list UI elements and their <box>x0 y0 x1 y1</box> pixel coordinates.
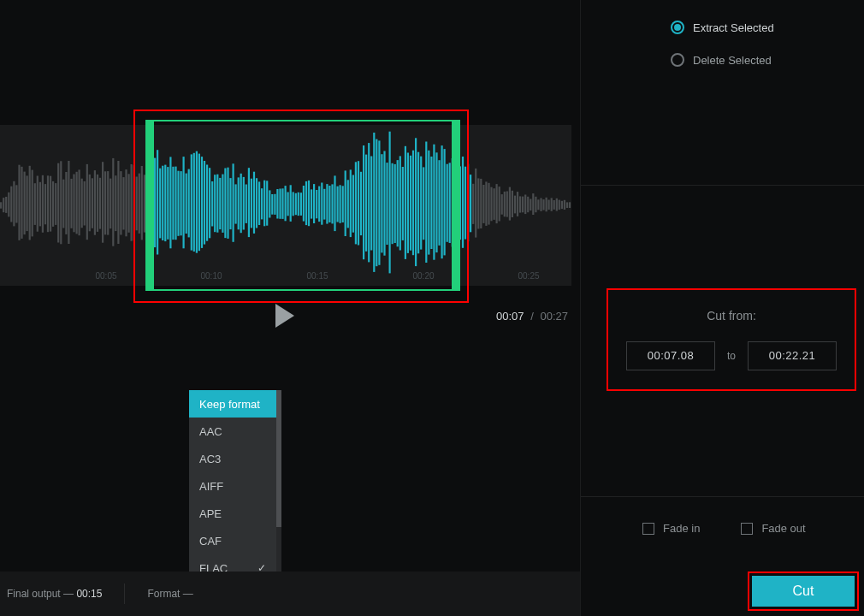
svg-rect-137 <box>358 161 359 245</box>
total-time: 00:27 <box>540 310 568 323</box>
svg-rect-109 <box>285 186 287 221</box>
format-option[interactable]: APE <box>189 500 276 527</box>
svg-rect-91 <box>238 177 240 229</box>
svg-rect-177 <box>462 157 464 248</box>
cut-to-input[interactable]: 00:22.21 <box>748 341 837 370</box>
svg-rect-127 <box>331 184 333 223</box>
dropdown-scroll-thumb[interactable] <box>276 390 281 527</box>
svg-rect-33 <box>86 164 88 240</box>
format-readout[interactable]: Format — <box>147 588 192 600</box>
svg-rect-17 <box>44 184 46 224</box>
svg-rect-108 <box>281 188 283 219</box>
svg-rect-111 <box>290 185 292 222</box>
cut-from-input[interactable]: 00:07.08 <box>626 341 715 370</box>
checkbox-icon <box>642 523 654 535</box>
svg-rect-46 <box>120 171 121 234</box>
svg-rect-116 <box>303 186 305 222</box>
radio-delete-selected[interactable]: Delete Selected <box>671 48 774 72</box>
svg-rect-61 <box>159 169 161 239</box>
cut-range-title: Cut from: <box>622 309 841 323</box>
svg-rect-94 <box>246 185 247 223</box>
svg-rect-149 <box>389 132 391 274</box>
svg-rect-30 <box>79 169 80 235</box>
svg-rect-200 <box>522 197 524 213</box>
divider <box>581 185 864 186</box>
axis-tick: 00:25 <box>518 271 539 281</box>
svg-rect-28 <box>73 175 74 233</box>
cut-range-panel: Cut from: 00:07.08 to 00:22.21 <box>607 288 856 391</box>
svg-rect-95 <box>248 168 250 237</box>
fade-in-checkbox[interactable]: Fade in <box>642 522 700 535</box>
svg-rect-59 <box>154 158 156 248</box>
format-option[interactable]: AIFF <box>189 472 276 500</box>
checkbox-icon <box>741 523 753 535</box>
svg-rect-199 <box>519 196 521 212</box>
svg-rect-180 <box>470 175 471 232</box>
svg-rect-97 <box>253 172 255 234</box>
cut-button[interactable]: Cut <box>752 576 855 607</box>
svg-rect-16 <box>42 175 44 233</box>
fade-out-checkbox[interactable]: Fade out <box>741 522 805 535</box>
svg-rect-193 <box>504 192 506 216</box>
svg-rect-185 <box>482 185 484 223</box>
svg-rect-103 <box>269 190 270 217</box>
svg-rect-10 <box>27 175 28 231</box>
radio-icon <box>671 21 684 34</box>
svg-rect-195 <box>509 187 511 221</box>
svg-rect-178 <box>465 167 466 240</box>
svg-rect-0 <box>0 202 2 208</box>
svg-rect-217 <box>566 202 568 208</box>
format-option[interactable]: AC3 <box>189 445 276 472</box>
svg-rect-77 <box>201 157 203 248</box>
svg-rect-203 <box>530 199 531 211</box>
svg-rect-90 <box>235 184 237 223</box>
selection-mode-group: Extract Selected Delete Selected <box>671 15 774 80</box>
svg-rect-206 <box>537 199 539 210</box>
svg-rect-215 <box>561 201 563 209</box>
svg-rect-169 <box>441 145 443 258</box>
radio-extract-selected[interactable]: Extract Selected <box>671 15 774 39</box>
svg-rect-36 <box>94 170 96 235</box>
svg-rect-5 <box>13 181 15 227</box>
svg-rect-189 <box>494 188 495 220</box>
svg-rect-182 <box>475 169 476 238</box>
selection-handle-right[interactable] <box>452 120 460 291</box>
svg-rect-115 <box>300 192 302 216</box>
svg-rect-63 <box>164 165 166 242</box>
svg-rect-83 <box>216 175 218 233</box>
current-time: 00:07 <box>496 310 524 323</box>
svg-rect-146 <box>381 154 382 252</box>
svg-rect-106 <box>276 189 278 219</box>
selection-handle-left[interactable] <box>145 120 154 291</box>
svg-rect-152 <box>397 160 399 246</box>
svg-rect-128 <box>334 175 335 231</box>
svg-rect-119 <box>311 189 312 218</box>
svg-rect-40 <box>104 171 106 234</box>
format-option[interactable]: AAC <box>189 418 276 445</box>
svg-rect-139 <box>363 145 364 259</box>
svg-rect-154 <box>402 167 404 240</box>
format-option[interactable]: CAF <box>189 527 276 554</box>
svg-rect-75 <box>196 151 198 253</box>
svg-rect-171 <box>447 164 448 242</box>
svg-rect-183 <box>477 178 479 228</box>
svg-rect-216 <box>564 200 565 210</box>
svg-rect-71 <box>186 174 187 234</box>
fade-options: Fade in Fade out <box>642 522 806 535</box>
svg-rect-211 <box>551 198 553 210</box>
svg-rect-167 <box>435 152 437 252</box>
svg-rect-1 <box>3 198 4 212</box>
waveform-track[interactable]: 00:05 00:10 00:15 00:20 00:25 <box>0 125 571 286</box>
svg-rect-197 <box>514 196 516 214</box>
svg-rect-7 <box>18 165 20 240</box>
svg-rect-37 <box>97 175 98 232</box>
play-icon[interactable] <box>275 304 294 328</box>
format-option[interactable]: Keep format <box>189 390 276 418</box>
svg-rect-138 <box>360 172 362 235</box>
svg-rect-21 <box>55 183 56 225</box>
svg-rect-6 <box>15 185 17 222</box>
svg-rect-214 <box>559 200 560 210</box>
svg-rect-8 <box>21 167 22 239</box>
svg-rect-184 <box>480 179 482 228</box>
svg-rect-135 <box>352 175 354 233</box>
